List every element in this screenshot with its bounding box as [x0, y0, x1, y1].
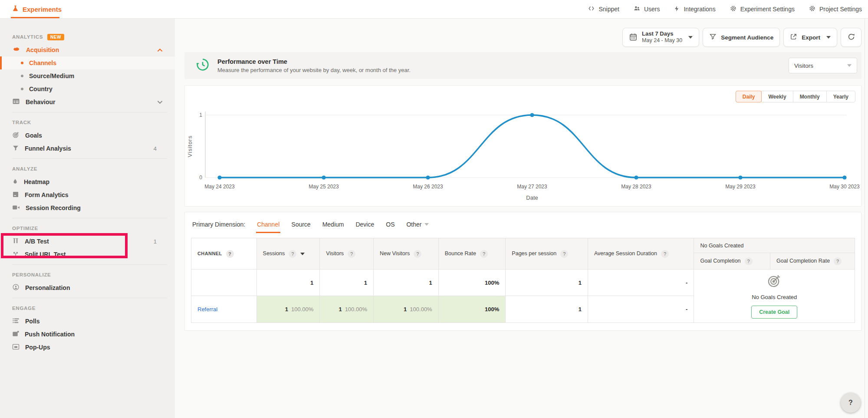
- cell-avg-session-duration: -: [588, 270, 694, 296]
- code-icon: [588, 5, 595, 13]
- dimension-tab-os[interactable]: OS: [386, 221, 395, 228]
- droplet-icon: [12, 178, 18, 186]
- scrollbar-track[interactable]: [865, 19, 865, 418]
- help-icon[interactable]: ?: [661, 250, 669, 258]
- period-daily[interactable]: Daily: [736, 91, 762, 102]
- topnav-integrations[interactable]: Integrations: [674, 5, 715, 13]
- header-bounce-rate[interactable]: Bounce Rate?: [438, 238, 506, 270]
- help-icon[interactable]: ?: [834, 257, 842, 265]
- sidebar-item-pop-ups[interactable]: Pop-Ups: [0, 341, 175, 354]
- header-pages-per-session[interactable]: Pages per session?: [506, 238, 588, 270]
- dimension-tab-medium[interactable]: Medium: [322, 221, 344, 228]
- chevron-down-icon: [157, 99, 163, 105]
- caret-down-icon: [847, 64, 852, 67]
- gear-icon: [730, 5, 737, 13]
- create-goal-button[interactable]: Create Goal: [751, 306, 797, 319]
- topnav-experiment-settings[interactable]: Experiment Settings: [730, 5, 795, 13]
- help-button[interactable]: ?: [841, 393, 861, 413]
- section-analytics: ANALYTICS NEW: [0, 30, 175, 43]
- sidebar-item-source-medium[interactable]: Source/Medium: [0, 69, 175, 82]
- help-icon[interactable]: ?: [226, 250, 234, 258]
- divider: [12, 218, 167, 218]
- users-icon: [633, 5, 641, 13]
- section-track: TRACK: [0, 116, 175, 129]
- help-icon[interactable]: ?: [414, 250, 421, 258]
- sidebar-item-goals[interactable]: Goals: [0, 129, 175, 142]
- bullet-icon: [21, 88, 23, 90]
- sidebar-item-ab-test[interactable]: A/B Test 1: [0, 235, 175, 248]
- sidebar-item-funnel-analysis[interactable]: Funnel Analysis 4: [0, 142, 175, 155]
- performance-subtitle: Measure the performance of your website …: [217, 67, 411, 73]
- sidebar-item-personalization[interactable]: Personalization: [0, 281, 175, 294]
- sidebar-item-heatmap[interactable]: Heatmap: [0, 175, 175, 188]
- divider: [12, 298, 167, 298]
- export-button[interactable]: Export: [783, 28, 837, 47]
- cell-new-visitors: 1: [373, 270, 438, 296]
- visitors-line-chart: 01May 24 2023May 25 2023May 26 2023May 2…: [185, 105, 860, 205]
- refresh-icon: [847, 33, 855, 42]
- dimension-tab-other[interactable]: Other: [406, 221, 428, 228]
- form-icon: [12, 191, 19, 199]
- metric-select[interactable]: Visitors: [789, 58, 857, 73]
- experiments-tab[interactable]: Experiments: [12, 0, 62, 18]
- cell-new-visitors: 1100.00%: [373, 296, 438, 323]
- help-icon[interactable]: ?: [560, 250, 568, 258]
- svg-text:May 30 2023: May 30 2023: [829, 184, 860, 190]
- referral-link[interactable]: Referral: [197, 306, 217, 313]
- help-icon[interactable]: ?: [480, 250, 488, 258]
- sidebar-item-split-url-test[interactable]: Split URL Test: [0, 248, 175, 261]
- period-weekly[interactable]: Weekly: [761, 91, 793, 102]
- svg-text:May 28 2023: May 28 2023: [621, 184, 651, 190]
- dimension-tab-source[interactable]: Source: [291, 221, 310, 228]
- sidebar-item-channels[interactable]: Channels: [0, 56, 175, 69]
- metric-select-value: Visitors: [794, 63, 813, 69]
- dimension-tab-channel[interactable]: Channel: [257, 221, 279, 228]
- header-goal-completion-rate[interactable]: Goal Completion Rate?: [770, 253, 855, 270]
- cell-sessions: 1: [256, 270, 320, 296]
- help-icon[interactable]: ?: [348, 250, 355, 258]
- topnav-project-settings[interactable]: Project Settings: [809, 5, 862, 13]
- sidebar-item-country[interactable]: Country: [0, 82, 175, 95]
- sidebar-item-session-recording[interactable]: Session Recording: [0, 201, 175, 214]
- help-icon[interactable]: ?: [745, 257, 753, 265]
- sort-desc-icon[interactable]: [300, 253, 305, 255]
- header-avg-session-duration[interactable]: Average Session Duration?: [588, 238, 694, 270]
- header-goal-completion[interactable]: Goal Completion?: [694, 253, 770, 270]
- svg-text:Visitors: Visitors: [187, 135, 193, 157]
- period-yearly[interactable]: Yearly: [826, 91, 855, 102]
- section-analyze: ANALYZE: [0, 162, 175, 175]
- help-icon[interactable]: ?: [289, 250, 296, 258]
- flask-icon: [12, 5, 19, 13]
- topnav-snippet[interactable]: Snippet: [588, 5, 619, 13]
- header-new-visitors[interactable]: New Visitors?: [373, 238, 438, 270]
- segment-audience-button[interactable]: Segment Audience: [703, 28, 780, 47]
- notification-window-icon: [12, 330, 19, 338]
- target-icon: [12, 131, 20, 140]
- header-visitors[interactable]: Visitors?: [320, 238, 374, 270]
- header-channel[interactable]: CHANNEL?: [191, 238, 257, 270]
- sidebar-item-behaviour[interactable]: Behaviour: [0, 95, 175, 109]
- svg-text:May 27 2023: May 27 2023: [517, 184, 547, 190]
- test-tubes-icon: [12, 237, 19, 246]
- sidebar-item-form-analytics[interactable]: Form Analytics: [0, 188, 175, 201]
- new-badge: NEW: [47, 34, 64, 40]
- top-navigation: Snippet Users Integrations Experiment Se…: [588, 5, 862, 13]
- divider: [12, 112, 167, 112]
- svg-text:May 29 2023: May 29 2023: [725, 184, 756, 190]
- sidebar-item-polls[interactable]: Polls: [0, 315, 175, 328]
- dimension-tab-device[interactable]: Device: [355, 221, 374, 228]
- refresh-button[interactable]: [841, 28, 861, 47]
- period-monthly[interactable]: Monthly: [793, 91, 827, 102]
- topnav-users[interactable]: Users: [633, 5, 660, 13]
- report-controls: Last 7 Days May 24 - May 30 Segment Audi…: [622, 28, 861, 47]
- sidebar-item-push-notification[interactable]: Push Notification: [0, 328, 175, 341]
- date-range-dates: May 24 - May 30: [642, 37, 682, 44]
- header-sessions[interactable]: Sessions?: [256, 238, 320, 270]
- no-goals-cell: No Goals Created Create Goal: [694, 270, 855, 323]
- date-range-button[interactable]: Last 7 Days May 24 - May 30: [622, 28, 699, 47]
- cell-pages-per-session: 1: [506, 296, 588, 323]
- svg-text:0: 0: [199, 174, 202, 181]
- cell-pages-per-session: 1: [506, 270, 588, 296]
- primary-dimension-label: Primary Dimension:: [192, 221, 245, 228]
- sidebar-item-acquisition[interactable]: Acquisition: [0, 43, 175, 56]
